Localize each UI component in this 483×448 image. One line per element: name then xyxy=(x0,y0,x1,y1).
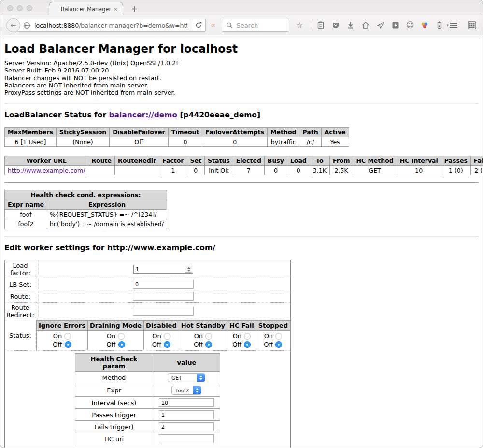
ignore-errors-off-radio[interactable] xyxy=(65,341,71,348)
lb-status-heading: LoadBalancer Status for balancer://demo … xyxy=(4,111,479,119)
menu-hamburger-icon[interactable] xyxy=(449,21,458,29)
timeout-value: 0 xyxy=(168,137,202,147)
col-failoverattempts: FailoverAttempts xyxy=(202,128,268,137)
hot-standby-off-radio[interactable] xyxy=(205,341,212,348)
hc-interval-input[interactable] xyxy=(159,398,214,407)
feedback-smiley-icon[interactable]: ☺ xyxy=(406,21,414,29)
hc-method-value: GET xyxy=(353,166,397,175)
load-factor-input[interactable] xyxy=(134,265,185,273)
col-timeout: Timeout xyxy=(168,128,202,137)
tab-balancer-manager[interactable]: Balancer Manager × xyxy=(49,2,123,15)
hc-expr-selected-value: foof2 xyxy=(172,388,193,393)
hc-passes-label: Passes trigger xyxy=(75,409,153,421)
hot-standby-on-radio[interactable] xyxy=(205,333,212,340)
search-placeholder: Search xyxy=(237,22,258,29)
send-icon[interactable] xyxy=(376,21,385,29)
balancers-notice-line: Balancers are NOT inherited from main se… xyxy=(4,82,479,89)
divider-rule xyxy=(4,236,479,237)
tab-close-icon[interactable]: × xyxy=(113,6,118,12)
hc-expr-row: Expr foof2 xyxy=(75,384,220,397)
hc-fail-radios: On Off xyxy=(227,331,256,350)
hc-expr-select[interactable]: foof2 xyxy=(171,386,201,395)
hc-fail-off-radio[interactable] xyxy=(244,341,251,348)
content-blocked-icon[interactable] xyxy=(211,20,215,30)
balancer-demo-link[interactable]: balancer://demo xyxy=(109,111,177,119)
number-spinner-icon[interactable] xyxy=(185,266,192,273)
battery-icon[interactable] xyxy=(435,21,444,29)
col-maxmembers: MaxMembers xyxy=(5,128,57,137)
status-value: Init Ok xyxy=(205,166,233,175)
health-check-params-table: Health Check param Value Method GET xyxy=(75,353,220,445)
hc-method-select[interactable]: GET xyxy=(168,373,205,382)
close-window-button[interactable] xyxy=(7,5,13,11)
status-label: Status: xyxy=(5,320,36,351)
stopped-radios: On Off xyxy=(256,331,290,350)
panel-download-icon[interactable] xyxy=(391,21,400,29)
col-disabled: Disabled xyxy=(144,321,179,331)
stopped-on-radio[interactable] xyxy=(275,333,282,340)
search-bar[interactable]: Search xyxy=(222,19,289,32)
col-passes: Passes xyxy=(441,156,470,166)
window-controls xyxy=(7,5,32,11)
proxypass-notice-line: ProxyPass settings are NOT inherited fro… xyxy=(4,89,479,96)
url-text[interactable]: localhost:8880/balancer-manager?b=demo&w… xyxy=(34,22,187,29)
page-title: Load Balancer Manager for localhost xyxy=(4,43,479,55)
hc-interval-row: Interval (secs) xyxy=(75,397,220,409)
draining-mode-on-radio[interactable] xyxy=(118,333,125,340)
route-redirect-input[interactable] xyxy=(133,307,194,316)
url-bar[interactable]: localhost:8880/balancer-manager?b=demo&w… xyxy=(16,19,206,32)
bookmark-star-icon[interactable]: ☆ xyxy=(296,21,303,29)
colored-dots-icon[interactable] xyxy=(420,21,429,29)
off-label: Off xyxy=(194,341,203,348)
globe-icon[interactable] xyxy=(23,21,31,29)
edit-worker-heading: Edit worker settings for http://www.exam… xyxy=(4,244,479,252)
worker-url-link[interactable]: http://www.example.com/ xyxy=(8,167,85,174)
minimize-window-button[interactable] xyxy=(17,5,23,11)
stopped-off-radio[interactable] xyxy=(275,341,282,348)
zoom-window-button[interactable] xyxy=(27,5,32,11)
col-ignore-errors: Ignore Errors xyxy=(37,321,88,331)
back-arrow-icon: ← xyxy=(10,21,16,29)
route-redirect-label: Route Redirect: xyxy=(5,303,36,320)
hc-passes-input[interactable] xyxy=(159,410,214,419)
back-button[interactable]: ← xyxy=(6,18,20,32)
hc-method-row: Method GET xyxy=(75,372,220,384)
off-label: Off xyxy=(152,341,161,348)
hc-uri-input[interactable] xyxy=(159,434,214,443)
tab-groups-grid-icon[interactable] xyxy=(467,21,477,30)
col-worker-url: Worker URL xyxy=(5,156,88,166)
pocket-icon[interactable] xyxy=(331,21,340,29)
ignore-errors-on-radio[interactable] xyxy=(64,333,71,340)
balancer-data-row: 6 [1 Used] (None) Off 0 0 bytraffic /c/ … xyxy=(5,137,349,147)
new-tab-button[interactable]: + xyxy=(131,5,138,13)
disabled-on-radio[interactable] xyxy=(164,333,170,340)
load-factor-stepper[interactable] xyxy=(133,265,193,274)
disabled-off-radio[interactable] xyxy=(164,341,170,348)
clipboard-icon[interactable] xyxy=(316,21,325,29)
col-path: Path xyxy=(299,128,321,137)
on-label: On xyxy=(264,332,273,340)
download-icon[interactable] xyxy=(346,21,355,29)
load-value: 0 xyxy=(287,166,310,175)
route-input[interactable] xyxy=(133,292,194,301)
status-flags-header-row: Ignore Errors Draining Mode Disabled Hot… xyxy=(37,321,290,331)
worker-data-row: http://www.example.com/ 1 0 Init Ok 7 0 … xyxy=(5,166,483,175)
status-flags-radio-row: On Off On Off On Off xyxy=(37,331,290,350)
home-icon[interactable] xyxy=(361,21,370,29)
toolbar-divider xyxy=(310,21,310,29)
divider-rule xyxy=(4,182,479,183)
ignore-errors-radios: On Off xyxy=(37,331,88,350)
lb-set-input[interactable] xyxy=(133,280,194,289)
draining-mode-off-radio[interactable] xyxy=(118,341,125,348)
hc-fail-on-radio[interactable] xyxy=(244,333,251,340)
hc-expressions-title-row: Health check cond. expressions: xyxy=(5,190,167,200)
col-status: Status xyxy=(205,156,233,166)
on-label: On xyxy=(152,332,161,340)
lb-set-label: LB Set: xyxy=(5,278,36,290)
hc-fails-input[interactable] xyxy=(159,422,214,431)
hc-uri-label: HC uri xyxy=(75,433,153,445)
reload-icon[interactable] xyxy=(195,21,202,29)
busy-value: 0 xyxy=(264,166,287,175)
tab-bar: Balancer Manager × + xyxy=(0,0,483,15)
url-path: /balancer-manager?b=demo&w=http://www.ex… xyxy=(79,22,187,29)
